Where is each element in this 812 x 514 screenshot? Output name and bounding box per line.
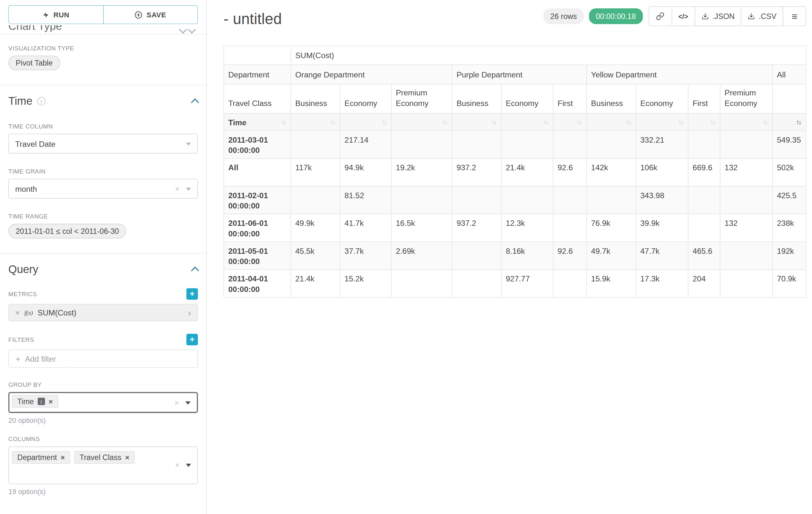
remove-icon[interactable]: × — [49, 397, 53, 405]
remove-icon[interactable]: × — [125, 453, 129, 462]
value-cell: 15.9k — [587, 270, 636, 297]
sort-header-cell: ↑↓ — [452, 113, 501, 131]
group-by-select[interactable]: Timei× × — [8, 392, 198, 413]
sort-icon[interactable]: ↑↓ — [577, 118, 582, 126]
value-cell — [553, 131, 586, 158]
value-cell — [391, 186, 452, 214]
sort-icon[interactable]: ↑↓ — [678, 118, 684, 126]
filters-label: FILTERS — [8, 336, 34, 343]
time-column-select[interactable]: Travel Date — [8, 134, 198, 154]
table-row: 2011-02-01 00:00:0081.52343.98425.5 — [224, 186, 806, 214]
sort-icon[interactable]: ↑↓ — [796, 118, 802, 126]
sort-icon[interactable]: ↑↓ — [626, 118, 631, 126]
row-label-cell: 2011-03-01 00:00:00 — [224, 131, 291, 158]
value-cell: 425.5 — [773, 186, 806, 214]
leaf-header-cell: First — [688, 84, 720, 113]
value-cell — [452, 131, 501, 158]
value-cell — [587, 186, 636, 214]
pill-label: Department — [17, 453, 57, 462]
dropdown-caret-icon — [185, 401, 190, 404]
group-header-cell: Orange Department — [291, 64, 452, 84]
remove-icon[interactable]: × — [61, 453, 65, 462]
value-cell: 132 — [720, 158, 773, 186]
function-icon: f(x) — [24, 309, 33, 316]
leaf-header-cell: Premium Economy — [391, 84, 452, 113]
dropdown-caret-icon — [186, 143, 191, 146]
remove-icon[interactable]: × — [15, 308, 20, 317]
value-cell: 238k — [773, 214, 806, 242]
value-cell — [720, 186, 773, 214]
chevron-down-icon[interactable] — [188, 25, 196, 33]
sort-header-cell: ↑↓ — [501, 113, 553, 131]
value-cell — [688, 214, 720, 242]
value-cell: 45.5k — [291, 242, 340, 270]
clear-icon[interactable]: × — [175, 398, 179, 407]
download-icon — [701, 12, 709, 20]
collapse-chevron-icon[interactable] — [191, 266, 199, 274]
row-dimension-label: Time — [228, 117, 246, 127]
embed-code-button[interactable]: </> — [671, 6, 695, 26]
value-cell: 132 — [720, 214, 773, 242]
sort-icon[interactable]: ↑↓ — [281, 118, 286, 126]
download-icon — [748, 12, 755, 20]
columns-pills: Department×Travel Class× — [12, 451, 135, 464]
time-section-header: Time i — [8, 95, 198, 107]
value-cell: 465.6 — [688, 242, 720, 270]
pivot-table: SUM(Cost)DepartmentOrange DepartmentPurp… — [224, 46, 807, 298]
value-cell — [553, 186, 586, 214]
group-by-pills: Timei× — [12, 395, 58, 408]
value-cell: 49.9k — [291, 214, 340, 242]
collapse-chevron-icon[interactable] — [191, 98, 199, 106]
group-by-label: GROUP BY — [8, 382, 198, 388]
table-row: 2011-06-01 00:00:0049.9k41.7k16.5k937.21… — [224, 214, 806, 242]
selected-value-pill[interactable]: Timei× — [12, 395, 58, 408]
leaf-header-cell: First — [553, 84, 586, 113]
columns-select[interactable]: Department×Travel Class× × — [8, 447, 198, 484]
sort-icon[interactable]: ↑↓ — [491, 118, 497, 126]
export-json-button[interactable]: .JSON — [695, 6, 742, 26]
sort-icon[interactable]: ↑↓ — [710, 118, 716, 126]
time-range-value[interactable]: 2011-01-01 ≤ col < 2011-06-30 — [8, 224, 126, 239]
add-filter-field[interactable]: + Add filter — [8, 350, 198, 368]
value-cell: 927.77 — [501, 270, 553, 297]
export-button-group: </> .JSON .CSV ≡ — [649, 6, 806, 26]
time-grain-label: TIME GRAIN — [8, 168, 198, 175]
plus-icon: + — [16, 354, 20, 363]
selected-value-pill[interactable]: Travel Class× — [75, 451, 135, 464]
sort-icon[interactable]: ↑↓ — [543, 118, 549, 126]
pill-label: Travel Class — [80, 453, 122, 462]
sort-icon[interactable]: ↑↓ — [442, 118, 448, 126]
value-cell — [720, 131, 773, 158]
value-cell: 21.4k — [291, 270, 340, 297]
value-cell — [553, 214, 586, 242]
clear-icon[interactable]: × — [175, 460, 179, 469]
value-cell: 332.21 — [636, 131, 688, 158]
value-cell — [688, 186, 720, 214]
group-header-cell: Yellow Department — [587, 64, 773, 84]
visualization-type-value[interactable]: Pivot Table — [8, 56, 60, 70]
sort-icon[interactable]: ↑↓ — [330, 118, 336, 126]
export-csv-button[interactable]: .CSV — [741, 6, 783, 26]
metric-item[interactable]: × f(x) SUM(Cost) › — [8, 304, 198, 321]
chevron-down-icon[interactable] — [179, 25, 187, 33]
time-grain-select[interactable]: month × — [8, 179, 198, 198]
time-column-value: Travel Date — [15, 139, 56, 148]
menu-button[interactable]: ≡ — [783, 6, 806, 26]
caret-right-icon[interactable]: › — [188, 308, 191, 317]
save-button[interactable]: SAVE — [103, 5, 198, 24]
sort-icon[interactable]: ↑↓ — [381, 118, 387, 126]
pill-label: Time — [17, 397, 34, 405]
metric-label: SUM(Cost) — [37, 308, 77, 317]
run-button[interactable]: RUN — [8, 5, 103, 24]
query-buttons: RUN SAVE — [8, 5, 198, 24]
value-cell: 502k — [773, 158, 806, 186]
info-icon: i — [37, 398, 45, 405]
selected-value-pill[interactable]: Department× — [12, 451, 70, 464]
copy-link-button[interactable] — [648, 6, 672, 26]
add-filter-button[interactable]: + — [186, 334, 198, 345]
value-cell: 94.9k — [340, 158, 391, 186]
value-cell: 92.6 — [553, 158, 586, 186]
add-metric-button[interactable]: + — [186, 288, 198, 300]
clear-icon[interactable]: × — [175, 184, 179, 193]
sort-icon[interactable]: ↑↓ — [762, 118, 768, 126]
